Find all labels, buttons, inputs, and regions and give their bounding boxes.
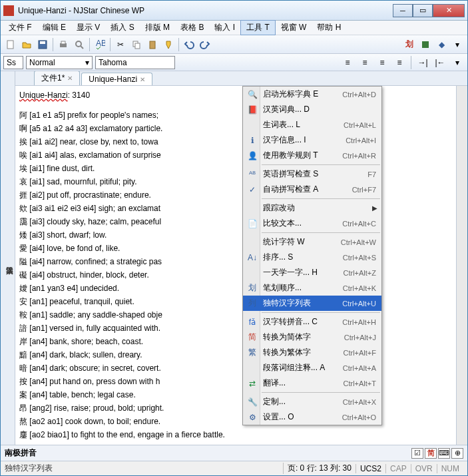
menu-icon: 🔧 bbox=[247, 397, 258, 407]
menu-shortcut: Ctrl+Alt+K bbox=[343, 284, 376, 292]
menu-item[interactable]: 📕汉英词典... D bbox=[243, 102, 381, 117]
menu-4[interactable]: 排版 M bbox=[140, 21, 175, 35]
menu-shortcut: Ctrl+Alt+O bbox=[342, 413, 376, 421]
menu-bar: 文件 F编辑 E显示 V插入 S排版 M表格 B输入 I工具 T视窗 W帮助 H bbox=[1, 21, 467, 35]
tab-label: 文件1* bbox=[41, 73, 65, 84]
menu-item[interactable]: ℹ汉字信息... ICtrl+Alt+I bbox=[243, 132, 381, 148]
new-icon[interactable] bbox=[3, 37, 18, 52]
chevron-down-icon[interactable]: ▾ bbox=[450, 37, 465, 52]
menu-item[interactable]: A↓排序... SCtrl+Alt+S bbox=[243, 250, 381, 265]
tab[interactable]: 文件1*✕ bbox=[34, 71, 80, 85]
tab[interactable]: Unique-Hanzi✕ bbox=[81, 73, 152, 85]
menu-item[interactable]: ᴬᴮ英语拼写检查 SF7 bbox=[243, 166, 381, 182]
menu-9[interactable]: 帮助 H bbox=[312, 21, 346, 35]
menu-label: 转换为简体字 bbox=[263, 332, 344, 343]
copy-icon[interactable] bbox=[129, 37, 144, 52]
format-painter-icon[interactable] bbox=[161, 37, 176, 52]
menu-5[interactable]: 表格 B bbox=[175, 21, 209, 35]
paste-icon[interactable] bbox=[145, 37, 160, 52]
diamond-icon[interactable]: ◆ bbox=[434, 37, 449, 52]
menu-item[interactable]: 跟踪改动▶ bbox=[243, 200, 381, 216]
menu-item[interactable]: 段落词组注释... ACtrl+Alt+A bbox=[243, 360, 381, 375]
menu-item[interactable]: 一天学一字... HCtrl+Alt+Z bbox=[243, 265, 381, 280]
open-icon[interactable] bbox=[19, 37, 34, 52]
doc-line: 矮 [ai3] short, dwarf; low. bbox=[19, 228, 452, 242]
menu-label: 自动拼写检查 A bbox=[263, 184, 352, 195]
menu-7[interactable]: 工具 T bbox=[240, 20, 276, 35]
cut-icon[interactable]: ✂ bbox=[113, 37, 128, 52]
menu-item[interactable]: 📄比较文本...Ctrl+Alt+C bbox=[243, 216, 381, 231]
close-button[interactable]: ✕ bbox=[433, 4, 465, 17]
toolbar-main: ABC ✂ 划 ◆ ▾ bbox=[1, 35, 467, 54]
toolbar-format: Ss Normal▾ Tahoma ≡ ≡ ≡ ≡ →| |← ▾ bbox=[1, 54, 467, 71]
menu-label: 排序... S bbox=[263, 252, 343, 263]
menu-icon: 简 bbox=[247, 332, 258, 343]
menu-item[interactable]: 🔍启动光标字典 ECtrl+Alt+D bbox=[243, 87, 381, 102]
status-encoding: UCS2 bbox=[355, 464, 385, 473]
left-rail[interactable]: 汉字输入器 bbox=[1, 71, 15, 445]
menu-1[interactable]: 编辑 E bbox=[37, 21, 71, 35]
vertical-scrollbar[interactable] bbox=[456, 86, 467, 445]
minimize-button[interactable]: ─ bbox=[393, 4, 413, 17]
svg-line-6 bbox=[81, 46, 83, 49]
doc-line: 唉 [ai1 ai4] alas, exclamation of surpris… bbox=[19, 148, 452, 162]
menu-2[interactable]: 显示 V bbox=[71, 21, 105, 35]
doc-line: 阿 [a1 e1 a5] prefix for people's names; bbox=[19, 109, 452, 122]
menu-shortcut: Ctrl+Alt+C bbox=[342, 220, 376, 228]
menu-item[interactable]: 🔧定制...Ctrl+Alt+X bbox=[243, 394, 381, 409]
menu-item[interactable]: 繁转换为繁体字Ctrl+Alt+F bbox=[243, 345, 381, 360]
menu-item[interactable]: fǎ汉字转拼音... CCtrl+Alt+H bbox=[243, 314, 381, 330]
doc-line: 昂 [ang2] rise, raise; proud, bold; uprig… bbox=[19, 401, 452, 415]
menu-item[interactable]: 列独特汉字列表Ctrl+Alt+U bbox=[243, 296, 381, 311]
maximize-button[interactable]: ▭ bbox=[413, 4, 433, 17]
book-icon[interactable] bbox=[418, 37, 433, 52]
close-icon[interactable]: ✕ bbox=[67, 75, 73, 82]
menu-item[interactable]: 统计字符 WCtrl+Alt+W bbox=[243, 234, 381, 250]
menu-6[interactable]: 输入 I bbox=[209, 21, 240, 35]
doc-line: 案 [an4] table, bench; legal case. bbox=[19, 388, 452, 401]
menu-item[interactable]: ⚙设置... OCtrl+Alt+O bbox=[243, 409, 381, 425]
indent-icon[interactable]: →| bbox=[415, 55, 430, 70]
ime-bar: 南极拼音 ☑简⌨⊕ bbox=[1, 445, 467, 461]
doc-line: 埃 [ai1] fine dust, dirt. bbox=[19, 162, 452, 175]
align-right-icon[interactable]: ≡ bbox=[375, 55, 389, 70]
ime-button-1[interactable]: 简 bbox=[425, 448, 437, 459]
menu-0[interactable]: 文件 F bbox=[3, 21, 37, 35]
doc-line: 哀 [ai1] sad, mournful, pitiful; pity. bbox=[19, 175, 452, 188]
menu-item[interactable]: 划笔划顺序...Ctrl+Alt+K bbox=[243, 280, 381, 296]
style-combo[interactable]: Ss bbox=[3, 56, 23, 69]
ime-button-3[interactable]: ⊕ bbox=[451, 448, 463, 459]
menu-8[interactable]: 视窗 W bbox=[276, 21, 312, 35]
menu-item[interactable]: ⇄翻译...Ctrl+Alt+T bbox=[243, 375, 381, 391]
menu-item[interactable]: ✓自动拼写检查 ACtrl+F7 bbox=[243, 182, 381, 197]
align-center-icon[interactable]: ≡ bbox=[357, 55, 372, 70]
ime-button-2[interactable]: ⌨ bbox=[438, 448, 450, 459]
status-num: NUM bbox=[437, 464, 463, 473]
redo-icon[interactable] bbox=[198, 37, 212, 52]
menu-icon: ᴬᴮ bbox=[247, 169, 258, 180]
chevron-down-icon[interactable]: ▾ bbox=[450, 55, 465, 70]
print-icon[interactable] bbox=[56, 37, 71, 52]
outdent-icon[interactable]: |← bbox=[433, 55, 447, 70]
menu-item[interactable]: 生词表... LCtrl+Alt+L bbox=[243, 117, 381, 132]
preview-icon[interactable] bbox=[72, 37, 87, 52]
undo-icon[interactable] bbox=[182, 37, 196, 52]
menu-3[interactable]: 插入 S bbox=[105, 21, 139, 35]
stylename-combo[interactable]: Normal▾ bbox=[26, 56, 93, 69]
spellcheck-icon[interactable]: ABC bbox=[93, 37, 107, 52]
align-justify-icon[interactable]: ≡ bbox=[392, 55, 407, 70]
stroke-icon[interactable]: 划 bbox=[402, 37, 417, 52]
ime-button-0[interactable]: ☑ bbox=[411, 448, 423, 459]
tools-menu-dropdown: 🔍启动光标字典 ECtrl+Alt+D📕汉英词典... D生词表... LCtr… bbox=[242, 86, 382, 425]
menu-item[interactable]: 👤使用教学规则 TCtrl+Alt+R bbox=[243, 148, 381, 163]
document-body[interactable]: Unique-Hanzi: 3140 阿 [a1 e1 a5] prefix f… bbox=[15, 86, 456, 445]
doc-line: 靄 [ai3] cloudy sky, haze; calm, peaceful bbox=[19, 215, 452, 228]
align-left-icon[interactable]: ≡ bbox=[340, 55, 355, 70]
menu-icon bbox=[247, 268, 258, 278]
menu-label: 启动光标字典 E bbox=[263, 89, 342, 100]
save-icon[interactable] bbox=[35, 37, 50, 52]
font-combo[interactable]: Tahoma bbox=[95, 56, 175, 69]
svg-rect-9 bbox=[135, 43, 140, 49]
menu-item[interactable]: 简转换为简体字Ctrl+Alt+J bbox=[243, 330, 381, 345]
close-icon[interactable]: ✕ bbox=[140, 76, 145, 83]
